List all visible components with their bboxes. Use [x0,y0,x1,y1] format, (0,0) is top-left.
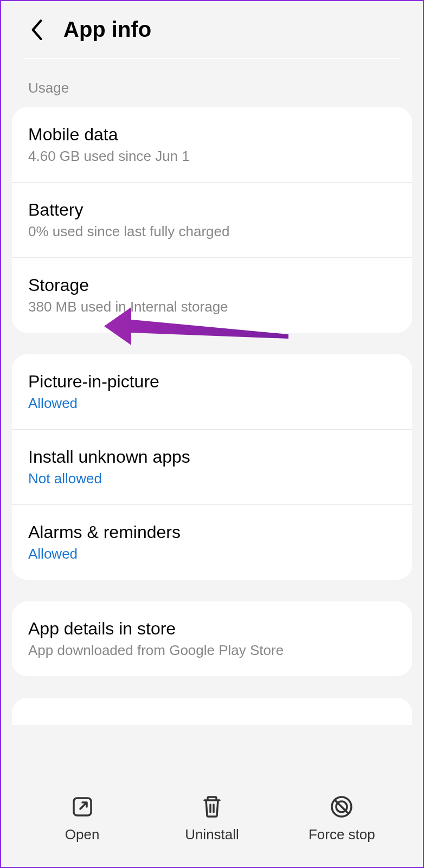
back-icon[interactable] [28,18,44,41]
storage-title: Storage [28,275,396,295]
battery-item[interactable]: Battery 0% used since last fully charged [12,182,412,257]
uninstall-label: Uninstall [185,826,239,843]
unknown-apps-status: Not allowed [28,470,396,487]
battery-subtitle: 0% used since last fully charged [28,223,396,240]
stop-icon [329,794,355,820]
alarms-status: Allowed [28,546,396,562]
alarms-title: Alarms & reminders [28,522,396,542]
alarms-item[interactable]: Alarms & reminders Allowed [12,504,412,580]
battery-title: Battery [28,200,396,220]
header: App info [1,1,423,58]
pip-item[interactable]: Picture-in-picture Allowed [12,354,412,429]
force-stop-label: Force stop [309,826,375,843]
trash-icon [199,794,225,820]
open-label: Open [65,826,100,843]
mobile-data-title: Mobile data [28,125,396,145]
page-title: App info [63,17,151,42]
usage-card: Mobile data 4.60 GB used since Jun 1 Bat… [12,107,412,333]
unknown-apps-title: Install unknown apps [28,447,396,467]
uninstall-button[interactable]: Uninstall [163,794,261,843]
mobile-data-subtitle: 4.60 GB used since Jun 1 [28,148,396,165]
unknown-apps-item[interactable]: Install unknown apps Not allowed [12,429,412,504]
open-icon [69,794,95,820]
store-subtitle: App downloaded from Google Play Store [28,642,396,659]
store-card: App details in store App downloaded from… [12,601,412,676]
pip-title: Picture-in-picture [28,372,396,392]
pip-status: Allowed [28,395,396,412]
open-button[interactable]: Open [34,794,131,843]
store-title: App details in store [28,619,396,639]
store-item[interactable]: App details in store App downloaded from… [12,601,412,676]
storage-subtitle: 380 MB used in Internal storage [28,299,396,315]
bottom-bar: Open Uninstall Force stop [1,780,423,867]
spacer-card [12,698,412,725]
usage-section-label: Usage [1,59,423,107]
permissions-card: Picture-in-picture Allowed Install unkno… [12,354,412,580]
force-stop-button[interactable]: Force stop [293,794,390,843]
mobile-data-item[interactable]: Mobile data 4.60 GB used since Jun 1 [12,107,412,182]
storage-item[interactable]: Storage 380 MB used in Internal storage [12,257,412,333]
